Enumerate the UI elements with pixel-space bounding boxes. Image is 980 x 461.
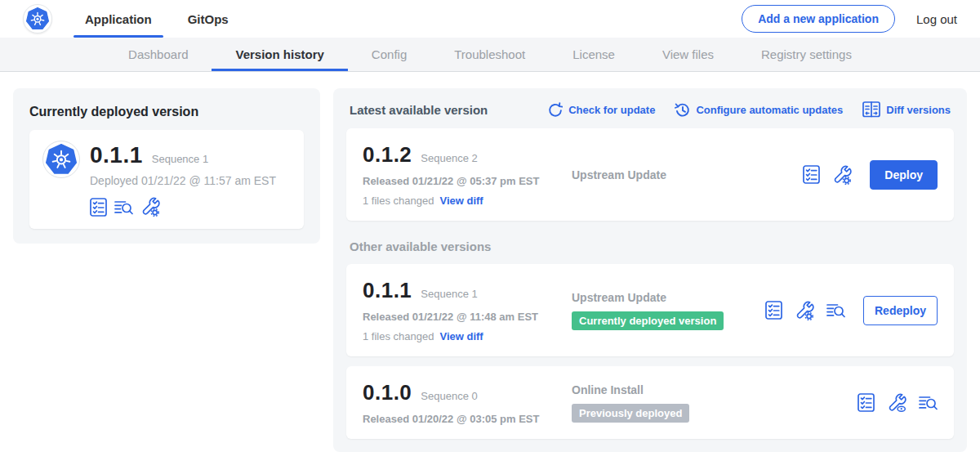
sequence-label: Sequence 0	[421, 390, 477, 402]
preflight-checks-icon[interactable]	[90, 198, 107, 217]
latest-available-title: Latest available version	[350, 103, 488, 117]
diff-versions-label: Diff versions	[886, 104, 951, 116]
sequence-label: Sequence 1	[421, 288, 477, 300]
tab-license[interactable]: License	[549, 38, 639, 71]
section-tabs: Dashboard Version history Config Trouble…	[0, 38, 980, 72]
version-source-label: Upstream Update	[572, 168, 796, 181]
add-new-application-button[interactable]: Add a new application	[742, 5, 895, 33]
deployed-sequence-label: Sequence 1	[152, 153, 208, 165]
check-for-update-label: Check for update	[568, 104, 655, 116]
currently-deployed-card: 0.1.1 Sequence 1 Deployed 01/21/22 @ 11:…	[29, 130, 304, 229]
tab-gitops[interactable]: GitOps	[176, 0, 240, 38]
app-kubernetes-logo-icon	[42, 141, 80, 178]
preflight-checks-icon[interactable]	[803, 165, 820, 184]
logout-link[interactable]: Log out	[916, 12, 957, 26]
view-diff-link[interactable]: View diff	[439, 330, 483, 342]
preflight-checks-icon[interactable]	[765, 301, 782, 320]
currently-deployed-badge: Currently deployed version	[572, 311, 724, 330]
version-source-label: Upstream Update	[572, 291, 759, 304]
available-versions-panel: Latest available version Check for updat…	[333, 88, 967, 452]
tab-dashboard[interactable]: Dashboard	[105, 38, 212, 71]
version-card-0-1-2: 0.1.2 Sequence 2 Released 01/21/22 @ 05:…	[346, 128, 954, 221]
tab-config[interactable]: Config	[348, 38, 430, 71]
files-changed-label: 1 files changed	[363, 195, 434, 207]
version-card-0-1-1: 0.1.1 Sequence 1 Released 01/21/22 @ 11:…	[346, 264, 954, 356]
configure-automatic-updates-label: Configure automatic updates	[696, 104, 843, 116]
top-navigation-bar: Application GitOps Add a new application…	[0, 0, 980, 38]
deploy-logs-icon[interactable]	[919, 394, 938, 411]
deploy-button[interactable]: Deploy	[870, 160, 938, 190]
version-number: 0.1.0	[363, 380, 412, 405]
deployed-timestamp: Deployed 01/21/22 @ 11:57 am EST	[90, 174, 276, 187]
view-config-icon[interactable]	[887, 393, 906, 413]
version-number: 0.1.2	[363, 142, 412, 168]
edit-config-icon[interactable]	[140, 197, 160, 217]
previously-deployed-badge: Previously deployed	[572, 404, 689, 423]
version-card-0-1-0: 0.1.0 Sequence 0 Released 01/20/22 @ 03:…	[346, 366, 954, 439]
deploy-logs-icon[interactable]	[114, 199, 133, 216]
released-timestamp: Released 01/20/22 @ 03:05 pm EST	[363, 413, 565, 425]
tab-troubleshoot[interactable]: Troubleshoot	[430, 38, 549, 71]
automatic-updates-clock-icon	[675, 102, 690, 118]
tab-registry-settings[interactable]: Registry settings	[737, 38, 875, 71]
version-history-page: Currently deployed version 0.1.1 Sequenc…	[0, 72, 980, 461]
released-timestamp: Released 01/21/22 @ 05:37 pm EST	[363, 175, 565, 187]
preflight-checks-icon[interactable]	[858, 393, 875, 412]
configure-automatic-updates-link[interactable]: Configure automatic updates	[675, 102, 843, 118]
edit-config-icon[interactable]	[832, 165, 852, 185]
check-for-update-link[interactable]: Check for update	[547, 102, 655, 118]
kubernetes-logo-icon	[23, 4, 52, 34]
redeploy-button[interactable]: Redeploy	[863, 296, 938, 325]
currently-deployed-title: Currently deployed version	[29, 105, 304, 119]
version-source-label: Online Install	[572, 383, 851, 396]
tab-version-history[interactable]: Version history	[212, 38, 347, 71]
currently-deployed-panel: Currently deployed version 0.1.1 Sequenc…	[13, 88, 320, 244]
deployed-version-number: 0.1.1	[90, 142, 143, 168]
view-diff-link[interactable]: View diff	[439, 195, 483, 207]
version-number: 0.1.1	[363, 278, 412, 303]
edit-config-icon[interactable]	[795, 301, 814, 320]
sequence-label: Sequence 2	[421, 152, 477, 164]
diff-versions-icon	[862, 101, 880, 118]
tab-view-files[interactable]: View files	[639, 38, 737, 71]
diff-versions-link[interactable]: Diff versions	[862, 101, 951, 118]
released-timestamp: Released 01/21/22 @ 11:48 am EST	[363, 311, 565, 323]
tab-application[interactable]: Application	[74, 0, 163, 38]
deploy-logs-icon[interactable]	[826, 302, 845, 319]
app-tabs: Application GitOps	[74, 0, 253, 38]
check-for-update-icon	[547, 102, 563, 118]
other-available-versions-title: Other available versions	[350, 239, 951, 253]
files-changed-label: 1 files changed	[363, 330, 434, 342]
